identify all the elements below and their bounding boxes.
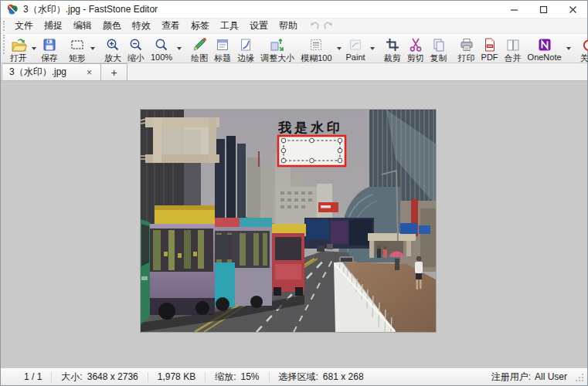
rect-select-button[interactable]: 矩形 bbox=[66, 35, 89, 62]
power-icon bbox=[581, 37, 588, 52]
toolbar-label: 绘图 bbox=[191, 52, 208, 64]
open-button[interactable]: 打开 bbox=[7, 35, 30, 62]
image-size: 大小:3648 x 2736 bbox=[61, 371, 138, 384]
bus-teal bbox=[210, 218, 272, 311]
toolbar-label: 关闭 bbox=[580, 52, 588, 64]
resize-button[interactable]: 调整大小 bbox=[257, 35, 297, 62]
file-size: 1,978 KB bbox=[158, 371, 195, 382]
copy-icon bbox=[431, 37, 447, 52]
new-tab-button[interactable]: + bbox=[101, 63, 127, 80]
paint-icon bbox=[348, 37, 363, 52]
merge-button[interactable]: 合并 bbox=[501, 35, 525, 62]
crop-icon bbox=[385, 37, 400, 52]
folder-open-icon bbox=[11, 37, 27, 52]
selection-value: 681 x 268 bbox=[323, 371, 364, 382]
caption-button[interactable]: 标题 bbox=[211, 35, 234, 62]
zoom-out-icon bbox=[128, 37, 144, 52]
toolbar-label: 裁剪 bbox=[384, 52, 401, 64]
zoom-level: 缩放:15% bbox=[215, 371, 259, 384]
undo-icon[interactable] bbox=[309, 22, 319, 31]
selection-area: 选择区域:681 x 268 bbox=[279, 371, 364, 384]
toolbar-label: PDF bbox=[481, 52, 498, 62]
menu-file[interactable]: 文件 bbox=[9, 18, 39, 34]
minimize-button[interactable] bbox=[499, 1, 529, 18]
window-title: 3（水印）.jpg - FastStone Editor bbox=[23, 3, 158, 16]
save-button[interactable]: 保存 bbox=[38, 35, 61, 62]
open-dropdown-arrow-icon[interactable] bbox=[32, 47, 36, 50]
tab-close-button[interactable]: × bbox=[85, 68, 93, 77]
menu-view[interactable]: 查看 bbox=[156, 18, 185, 34]
tab-bar: 3（水印）.jpg × + bbox=[1, 63, 587, 81]
resize-grip[interactable] bbox=[574, 372, 584, 382]
photo-canvas[interactable]: 我是水印 bbox=[141, 110, 436, 332]
blur-dropdown-arrow-icon[interactable] bbox=[337, 47, 342, 50]
paint-dropdown-arrow-icon[interactable] bbox=[370, 47, 375, 50]
close-editor-button[interactable]: 关闭 bbox=[577, 35, 588, 62]
toolbar-label: 边缘 bbox=[237, 52, 254, 64]
blur-button[interactable]: 模糊100 bbox=[297, 35, 335, 62]
toolbar-label: 缩小 bbox=[127, 52, 144, 64]
edge-button[interactable]: 边缘 bbox=[234, 35, 257, 62]
image-size-value: 3648 x 2736 bbox=[87, 371, 138, 382]
toolbar-grip[interactable] bbox=[3, 35, 5, 54]
toolbar-label: OneNote bbox=[528, 52, 562, 62]
zoom-in-icon bbox=[105, 37, 121, 52]
pdf-icon bbox=[482, 37, 498, 52]
edge-icon bbox=[238, 37, 253, 52]
selection-label: 选择区域: bbox=[279, 371, 318, 382]
merge-icon bbox=[505, 37, 521, 52]
toolbar-label: 调整大小 bbox=[260, 52, 294, 64]
zoom-in-button[interactable]: 放大 bbox=[101, 35, 124, 62]
watermark-selection[interactable] bbox=[278, 136, 345, 166]
toolbar-label: 打开 bbox=[10, 52, 27, 64]
menu-help[interactable]: 帮助 bbox=[274, 18, 303, 34]
status-separator bbox=[269, 372, 270, 382]
menu-tag[interactable]: 标签 bbox=[185, 18, 215, 34]
close-window-button[interactable] bbox=[558, 1, 587, 18]
tab-active-image[interactable]: 3（水印）.jpg × bbox=[2, 63, 101, 80]
menu-settings[interactable]: 设置 bbox=[244, 18, 274, 34]
rect-select-dropdown-arrow-icon[interactable] bbox=[90, 47, 95, 50]
onenote-icon bbox=[537, 37, 552, 52]
menu-colors[interactable]: 颜色 bbox=[97, 18, 127, 34]
status-separator bbox=[205, 372, 206, 382]
title-bar: 3（水印）.jpg - FastStone Editor bbox=[1, 1, 587, 18]
blur-icon bbox=[308, 37, 324, 52]
image-size-label: 大小: bbox=[61, 371, 82, 382]
zoom-out-button[interactable]: 缩小 bbox=[124, 35, 148, 62]
cut-button[interactable]: 剪切 bbox=[404, 35, 427, 62]
status-separator bbox=[148, 372, 148, 382]
onenote-button[interactable]: OneNote bbox=[525, 35, 565, 62]
zoom-100-icon bbox=[154, 37, 169, 52]
copy-button[interactable]: 复制 bbox=[427, 35, 450, 62]
print-button[interactable]: 打印 bbox=[455, 35, 478, 62]
menubar-grip[interactable] bbox=[3, 21, 7, 31]
toolbar-label: Paint bbox=[346, 52, 365, 62]
menu-effects[interactable]: 特效 bbox=[127, 18, 156, 34]
watermark-text: 我是水印 bbox=[277, 120, 343, 135]
toolbar-label: 模糊100 bbox=[301, 52, 331, 64]
toolbar-label: 保存 bbox=[41, 52, 58, 64]
menu-edit[interactable]: 编辑 bbox=[68, 18, 97, 34]
editor-canvas[interactable]: 我是水印 bbox=[1, 81, 587, 367]
redo-icon[interactable] bbox=[324, 22, 334, 31]
zoom-value: 15% bbox=[240, 371, 259, 382]
menu-capture[interactable]: 捕捉 bbox=[39, 18, 68, 34]
onenote-dropdown-arrow-icon[interactable] bbox=[566, 47, 571, 50]
zoom-dropdown-arrow-icon[interactable] bbox=[177, 47, 182, 50]
print-icon bbox=[459, 37, 474, 52]
toolbar-label: 打印 bbox=[458, 52, 475, 64]
paint-button[interactable]: Paint bbox=[343, 35, 369, 62]
menu-tools[interactable]: 工具 bbox=[215, 18, 244, 34]
status-separator bbox=[51, 372, 52, 382]
faststone-logo-icon bbox=[6, 3, 19, 15]
pdf-button[interactable]: PDF bbox=[478, 35, 501, 62]
toolbar-label: 剪切 bbox=[407, 52, 424, 64]
crop-button[interactable]: 裁剪 bbox=[381, 35, 404, 62]
zoom-label: 缩放: bbox=[215, 371, 236, 382]
toolbar-label: 矩形 bbox=[69, 52, 86, 64]
maximize-button[interactable] bbox=[529, 1, 558, 18]
draw-button[interactable]: 绘图 bbox=[188, 35, 211, 62]
bus-red bbox=[270, 224, 306, 296]
zoom-100-button[interactable]: 100% bbox=[148, 35, 175, 62]
